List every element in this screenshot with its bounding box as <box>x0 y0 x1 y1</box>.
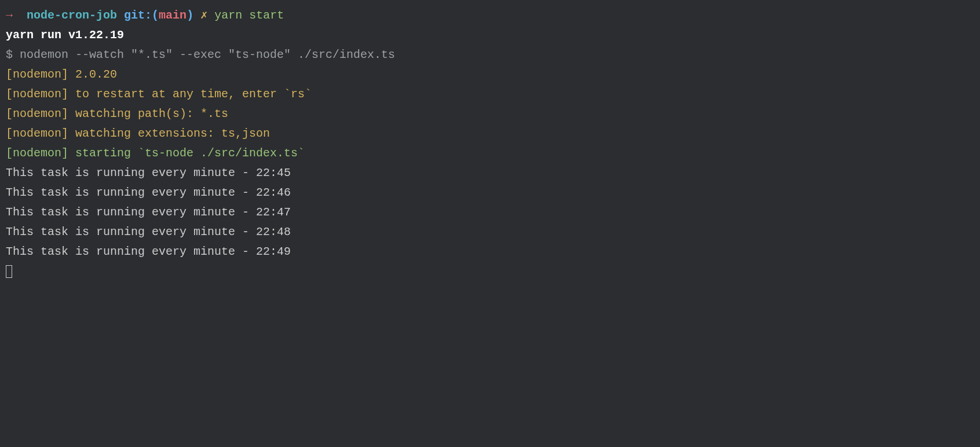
cursor-line[interactable] <box>6 262 974 281</box>
prompt-paren-open: ( <box>152 9 159 22</box>
task-output-line: This task is running every minute - 22:4… <box>6 163 974 183</box>
nodemon-starting-line: [nodemon] starting `ts-node ./src/index.… <box>6 144 974 163</box>
nodemon-paths-line: [nodemon] watching path(s): *.ts <box>6 104 974 124</box>
task-output-line: This task is running every minute - 22:4… <box>6 222 974 242</box>
terminal-window[interactable]: → node-cron-job git:(main) ✗ yarn start … <box>6 6 974 281</box>
prompt-branch: main <box>159 9 187 22</box>
prompt-paren-close: ) <box>187 9 193 22</box>
prompt-git-label: git: <box>124 9 152 22</box>
nodemon-extensions-line: [nodemon] watching extensions: ts,json <box>6 124 974 144</box>
task-output-line: This task is running every minute - 22:4… <box>6 183 974 203</box>
nodemon-restart-line: [nodemon] to restart at any time, enter … <box>6 85 974 104</box>
nodemon-version-line: [nodemon] 2.0.20 <box>6 65 974 85</box>
terminal-cursor-icon <box>6 265 12 278</box>
prompt-arrow-icon: → <box>6 9 13 22</box>
prompt-line: → node-cron-job git:(main) ✗ yarn start <box>6 6 974 25</box>
nodemon-command-line: $ nodemon --watch "*.ts" --exec "ts-node… <box>6 45 974 65</box>
task-output-line: This task is running every minute - 22:4… <box>6 203 974 222</box>
task-output-line: This task is running every minute - 22:4… <box>6 242 974 262</box>
prompt-dirty-icon: ✗ <box>200 9 207 22</box>
prompt-command: yarn start <box>214 9 284 22</box>
prompt-directory: node-cron-job <box>27 9 117 22</box>
yarn-version-line: yarn run v1.22.19 <box>6 25 974 45</box>
